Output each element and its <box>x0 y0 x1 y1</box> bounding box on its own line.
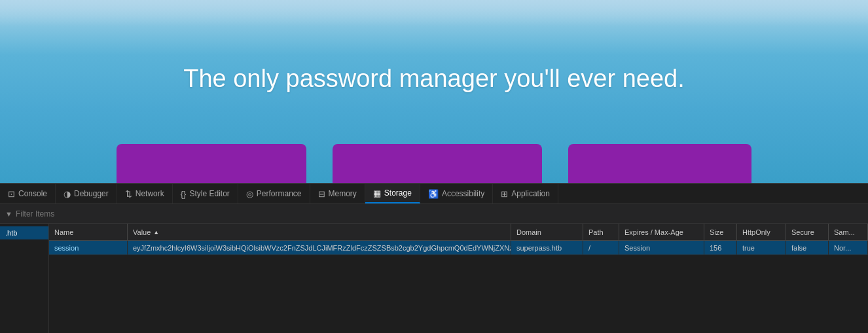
th-httponly[interactable]: HttpOnly <box>737 224 786 240</box>
td-secure: false <box>786 241 829 254</box>
debugger-icon: ◑ <box>63 190 71 198</box>
purple-button-3 <box>568 144 751 183</box>
tab-application[interactable]: ⊞ Application <box>493 184 558 203</box>
tab-debugger[interactable]: ◑ Debugger <box>56 184 117 203</box>
tab-memory-label: Memory <box>329 189 357 198</box>
td-expires: Session <box>619 241 704 254</box>
td-size: 156 <box>704 241 737 254</box>
tab-memory[interactable]: ⊟ Memory <box>310 184 365 203</box>
performance-icon: ◎ <box>246 190 253 198</box>
webpage-buttons <box>117 144 751 183</box>
application-icon: ⊞ <box>501 190 508 198</box>
td-samesite: Nor... <box>829 241 868 254</box>
filter-icon: ▼ <box>5 210 12 218</box>
th-size[interactable]: Size <box>704 224 737 240</box>
webpage-preview: The only password manager you'll ever ne… <box>0 0 868 183</box>
sidebar-item-label: .htb <box>5 229 17 237</box>
tab-console-label: Console <box>18 189 47 198</box>
tab-storage[interactable]: ▦ Storage <box>365 184 420 203</box>
panel-content: .htb Name Value ▲ Domain Path <box>0 224 868 333</box>
th-domain[interactable]: Domain <box>511 224 583 240</box>
table-row[interactable]: session eyJfZmxhc2hlcyI6W3siIjoiW3sibHQi… <box>49 241 868 255</box>
tab-network[interactable]: ⇅ Network <box>117 184 173 203</box>
tab-style-editor[interactable]: {} Style Editor <box>173 184 238 203</box>
td-domain: superpass.htb <box>511 241 583 254</box>
purple-button-1 <box>117 144 306 183</box>
th-samesite[interactable]: Sam... <box>829 224 868 240</box>
accessibility-icon: ♿ <box>428 190 439 198</box>
tab-performance[interactable]: ◎ Performance <box>238 184 310 203</box>
storage-icon: ▦ <box>373 189 381 198</box>
filter-input[interactable] <box>16 209 114 219</box>
th-expires[interactable]: Expires / Max-Age <box>619 224 704 240</box>
tab-style-editor-label: Style Editor <box>189 189 229 198</box>
tab-console[interactable]: ⊡ Console <box>0 184 56 203</box>
purple-button-2 <box>333 144 542 183</box>
tab-storage-label: Storage <box>384 188 412 198</box>
tab-network-label: Network <box>136 189 164 198</box>
sort-arrow: ▲ <box>153 229 159 236</box>
td-name: session <box>49 241 128 254</box>
network-icon: ⇅ <box>125 190 132 198</box>
td-path: / <box>583 241 619 254</box>
tab-accessibility[interactable]: ♿ Accessibility <box>420 184 493 203</box>
th-value[interactable]: Value ▲ <box>128 224 511 240</box>
tab-performance-label: Performance <box>257 189 302 198</box>
tab-accessibility-label: Accessibility <box>442 189 484 198</box>
th-name[interactable]: Name <box>49 224 128 240</box>
filter-toolbar: ▼ <box>0 204 868 224</box>
td-httponly: true <box>737 241 786 254</box>
sidebar: .htb <box>0 224 49 333</box>
memory-icon: ⊟ <box>318 190 325 198</box>
tab-debugger-label: Debugger <box>74 189 109 198</box>
table-header: Name Value ▲ Domain Path Expires / Max-A… <box>49 224 868 241</box>
devtools-toolbar: ⊡ Console ◑ Debugger ⇅ Network {} Style … <box>0 183 868 204</box>
console-icon: ⊡ <box>8 190 15 198</box>
th-path[interactable]: Path <box>583 224 619 240</box>
td-value: eyJfZmxhc2hlcyI6W3siIjoiW3sibHQiOlsibWVz… <box>128 241 511 254</box>
storage-panel: ▼ .htb Name Value ▲ Domain <box>0 204 868 333</box>
sidebar-item-htb[interactable]: .htb <box>0 226 48 239</box>
page-headline: The only password manager you'll ever ne… <box>183 65 685 93</box>
th-secure[interactable]: Secure <box>786 224 829 240</box>
data-table-area: Name Value ▲ Domain Path Expires / Max-A… <box>49 224 868 333</box>
tab-application-label: Application <box>511 189 550 198</box>
style-editor-icon: {} <box>181 190 187 198</box>
